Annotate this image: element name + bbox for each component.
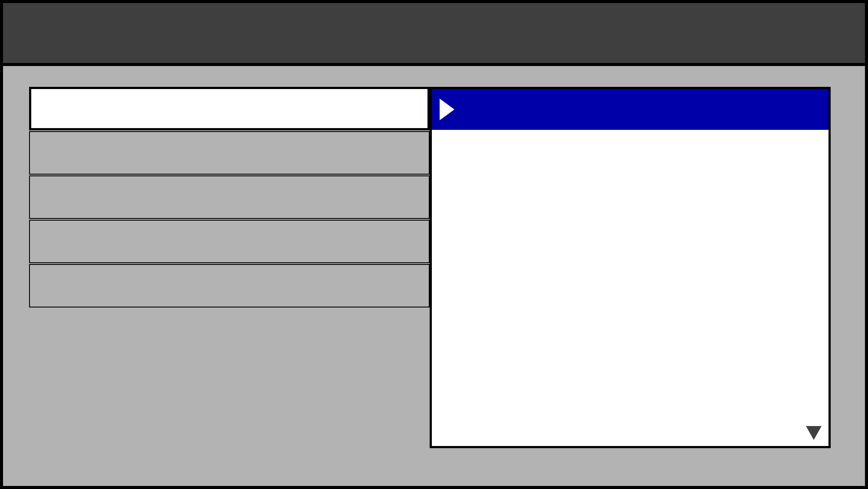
triangle-down-icon[interactable] <box>805 424 822 443</box>
main-menu <box>29 87 430 308</box>
content-area <box>3 66 865 486</box>
menu-item-4[interactable] <box>29 264 430 307</box>
svg-marker-0 <box>440 99 454 120</box>
play-icon <box>440 99 454 120</box>
submenu-body <box>432 130 828 446</box>
menu-item-3[interactable] <box>29 220 430 263</box>
submenu-header[interactable] <box>432 89 828 130</box>
app-window <box>0 0 868 489</box>
menu-item-0[interactable] <box>29 87 430 130</box>
svg-marker-1 <box>806 426 822 440</box>
submenu-panel <box>430 87 830 448</box>
menu-item-2[interactable] <box>29 175 430 219</box>
titlebar <box>3 3 865 66</box>
menu-item-1[interactable] <box>29 131 430 175</box>
